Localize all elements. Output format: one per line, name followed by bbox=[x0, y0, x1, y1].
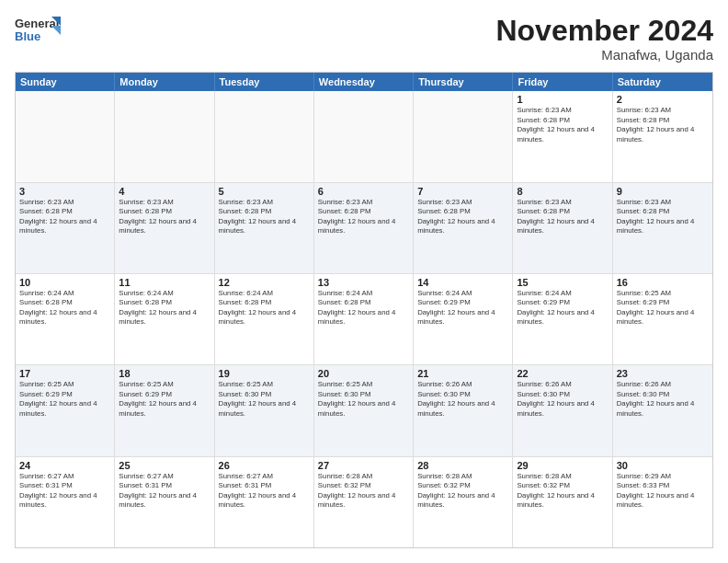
day-number: 12 bbox=[219, 277, 310, 288]
calendar-cell: 7Sunrise: 6:23 AM Sunset: 6:28 PM Daylig… bbox=[414, 183, 513, 273]
day-info: Sunrise: 6:27 AM Sunset: 6:31 PM Dayligh… bbox=[19, 472, 110, 511]
logo: GeneralBlue bbox=[15, 15, 61, 48]
day-info: Sunrise: 6:23 AM Sunset: 6:28 PM Dayligh… bbox=[617, 198, 709, 236]
calendar-cell bbox=[115, 91, 214, 181]
day-number: 9 bbox=[617, 186, 709, 197]
calendar-cell: 13Sunrise: 6:24 AM Sunset: 6:28 PM Dayli… bbox=[314, 274, 414, 364]
day-number: 29 bbox=[517, 460, 608, 471]
calendar-cell: 25Sunrise: 6:27 AM Sunset: 6:31 PM Dayli… bbox=[115, 457, 214, 547]
day-number: 3 bbox=[19, 186, 110, 197]
day-number: 10 bbox=[19, 277, 110, 288]
calendar-row: 10Sunrise: 6:24 AM Sunset: 6:28 PM Dayli… bbox=[16, 274, 712, 365]
calendar-cell: 6Sunrise: 6:23 AM Sunset: 6:28 PM Daylig… bbox=[314, 183, 414, 273]
svg-marker-3 bbox=[51, 26, 61, 35]
calendar-cell bbox=[414, 91, 513, 181]
calendar-cell: 28Sunrise: 6:28 AM Sunset: 6:32 PM Dayli… bbox=[414, 457, 513, 547]
header: GeneralBlue November 2024 Manafwa, Ugand… bbox=[15, 15, 713, 63]
calendar-cell: 27Sunrise: 6:28 AM Sunset: 6:32 PM Dayli… bbox=[314, 457, 414, 547]
day-number: 15 bbox=[517, 277, 608, 288]
location: Manafwa, Uganda bbox=[495, 47, 713, 63]
logo-svg: GeneralBlue bbox=[15, 15, 61, 48]
day-number: 24 bbox=[19, 460, 110, 471]
day-number: 18 bbox=[119, 368, 210, 379]
day-number: 6 bbox=[318, 186, 409, 197]
day-number: 17 bbox=[19, 368, 110, 379]
day-info: Sunrise: 6:25 AM Sunset: 6:29 PM Dayligh… bbox=[19, 380, 110, 419]
calendar-cell: 19Sunrise: 6:25 AM Sunset: 6:30 PM Dayli… bbox=[215, 365, 314, 455]
day-info: Sunrise: 6:24 AM Sunset: 6:29 PM Dayligh… bbox=[517, 289, 608, 327]
calendar-row: 17Sunrise: 6:25 AM Sunset: 6:29 PM Dayli… bbox=[16, 365, 712, 456]
cal-header-day: Saturday bbox=[613, 73, 712, 91]
day-number: 5 bbox=[219, 186, 310, 197]
calendar-cell: 5Sunrise: 6:23 AM Sunset: 6:28 PM Daylig… bbox=[215, 183, 314, 273]
svg-text:General: General bbox=[15, 17, 59, 30]
cal-header-day: Monday bbox=[115, 73, 214, 91]
day-info: Sunrise: 6:28 AM Sunset: 6:32 PM Dayligh… bbox=[517, 472, 608, 511]
calendar-cell: 15Sunrise: 6:24 AM Sunset: 6:29 PM Dayli… bbox=[513, 274, 612, 364]
calendar-cell: 11Sunrise: 6:24 AM Sunset: 6:28 PM Dayli… bbox=[115, 274, 214, 364]
day-number: 20 bbox=[318, 368, 409, 379]
calendar-header: SundayMondayTuesdayWednesdayThursdayFrid… bbox=[16, 73, 712, 91]
day-number: 21 bbox=[417, 368, 508, 379]
calendar-cell: 18Sunrise: 6:25 AM Sunset: 6:29 PM Dayli… bbox=[115, 365, 214, 455]
calendar-cell: 14Sunrise: 6:24 AM Sunset: 6:29 PM Dayli… bbox=[414, 274, 513, 364]
calendar-cell: 24Sunrise: 6:27 AM Sunset: 6:31 PM Dayli… bbox=[16, 457, 115, 547]
svg-text:Blue: Blue bbox=[15, 29, 40, 43]
calendar-cell: 21Sunrise: 6:26 AM Sunset: 6:30 PM Dayli… bbox=[414, 365, 513, 455]
calendar-row: 24Sunrise: 6:27 AM Sunset: 6:31 PM Dayli… bbox=[16, 457, 712, 547]
calendar-cell: 2Sunrise: 6:23 AM Sunset: 6:28 PM Daylig… bbox=[613, 91, 712, 181]
page: GeneralBlue November 2024 Manafwa, Ugand… bbox=[0, 0, 728, 563]
calendar-row: 3Sunrise: 6:23 AM Sunset: 6:28 PM Daylig… bbox=[16, 183, 712, 274]
calendar-cell: 8Sunrise: 6:23 AM Sunset: 6:28 PM Daylig… bbox=[513, 183, 612, 273]
day-info: Sunrise: 6:28 AM Sunset: 6:32 PM Dayligh… bbox=[318, 472, 409, 511]
day-number: 28 bbox=[417, 460, 508, 471]
cal-header-day: Thursday bbox=[414, 73, 513, 91]
day-info: Sunrise: 6:23 AM Sunset: 6:28 PM Dayligh… bbox=[617, 106, 709, 144]
day-info: Sunrise: 6:23 AM Sunset: 6:28 PM Dayligh… bbox=[219, 198, 310, 236]
day-info: Sunrise: 6:25 AM Sunset: 6:30 PM Dayligh… bbox=[318, 380, 409, 419]
day-info: Sunrise: 6:24 AM Sunset: 6:29 PM Dayligh… bbox=[417, 289, 508, 327]
day-info: Sunrise: 6:23 AM Sunset: 6:28 PM Dayligh… bbox=[119, 198, 210, 236]
day-info: Sunrise: 6:24 AM Sunset: 6:28 PM Dayligh… bbox=[19, 289, 110, 327]
day-info: Sunrise: 6:25 AM Sunset: 6:29 PM Dayligh… bbox=[617, 289, 709, 327]
day-number: 19 bbox=[219, 368, 310, 379]
calendar-cell: 9Sunrise: 6:23 AM Sunset: 6:28 PM Daylig… bbox=[613, 183, 712, 273]
cal-header-day: Wednesday bbox=[314, 73, 414, 91]
day-info: Sunrise: 6:24 AM Sunset: 6:28 PM Dayligh… bbox=[318, 289, 409, 327]
calendar-body: 1Sunrise: 6:23 AM Sunset: 6:28 PM Daylig… bbox=[16, 91, 712, 547]
calendar-cell: 26Sunrise: 6:27 AM Sunset: 6:31 PM Dayli… bbox=[215, 457, 314, 547]
day-number: 27 bbox=[318, 460, 409, 471]
day-info: Sunrise: 6:27 AM Sunset: 6:31 PM Dayligh… bbox=[119, 472, 210, 511]
day-number: 8 bbox=[517, 186, 608, 197]
day-number: 26 bbox=[219, 460, 310, 471]
calendar-row: 1Sunrise: 6:23 AM Sunset: 6:28 PM Daylig… bbox=[16, 91, 712, 182]
calendar-cell: 22Sunrise: 6:26 AM Sunset: 6:30 PM Dayli… bbox=[513, 365, 612, 455]
day-info: Sunrise: 6:23 AM Sunset: 6:28 PM Dayligh… bbox=[517, 106, 608, 144]
calendar: SundayMondayTuesdayWednesdayThursdayFrid… bbox=[15, 72, 713, 548]
day-number: 16 bbox=[617, 277, 709, 288]
cal-header-day: Friday bbox=[513, 73, 612, 91]
day-number: 22 bbox=[517, 368, 608, 379]
day-info: Sunrise: 6:23 AM Sunset: 6:28 PM Dayligh… bbox=[417, 198, 508, 236]
day-info: Sunrise: 6:24 AM Sunset: 6:28 PM Dayligh… bbox=[119, 289, 210, 327]
day-number: 2 bbox=[617, 94, 709, 105]
day-number: 1 bbox=[517, 94, 608, 105]
day-info: Sunrise: 6:23 AM Sunset: 6:28 PM Dayligh… bbox=[318, 198, 409, 236]
calendar-cell: 20Sunrise: 6:25 AM Sunset: 6:30 PM Dayli… bbox=[314, 365, 414, 455]
calendar-cell: 23Sunrise: 6:26 AM Sunset: 6:30 PM Dayli… bbox=[613, 365, 712, 455]
day-info: Sunrise: 6:27 AM Sunset: 6:31 PM Dayligh… bbox=[219, 472, 310, 511]
day-number: 11 bbox=[119, 277, 210, 288]
title-area: November 2024 Manafwa, Uganda bbox=[495, 15, 713, 63]
day-number: 4 bbox=[119, 186, 210, 197]
day-number: 25 bbox=[119, 460, 210, 471]
calendar-cell: 29Sunrise: 6:28 AM Sunset: 6:32 PM Dayli… bbox=[513, 457, 612, 547]
day-number: 7 bbox=[417, 186, 508, 197]
calendar-cell: 30Sunrise: 6:29 AM Sunset: 6:33 PM Dayli… bbox=[613, 457, 712, 547]
day-info: Sunrise: 6:26 AM Sunset: 6:30 PM Dayligh… bbox=[617, 380, 709, 419]
calendar-cell: 10Sunrise: 6:24 AM Sunset: 6:28 PM Dayli… bbox=[16, 274, 115, 364]
day-info: Sunrise: 6:24 AM Sunset: 6:28 PM Dayligh… bbox=[219, 289, 310, 327]
calendar-cell: 1Sunrise: 6:23 AM Sunset: 6:28 PM Daylig… bbox=[513, 91, 612, 181]
month-title: November 2024 bbox=[495, 15, 713, 47]
cal-header-day: Sunday bbox=[16, 73, 115, 91]
day-number: 30 bbox=[617, 460, 709, 471]
